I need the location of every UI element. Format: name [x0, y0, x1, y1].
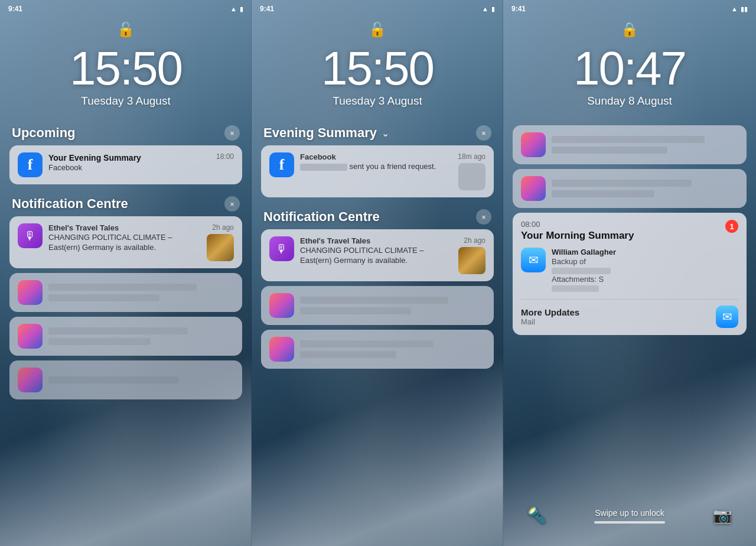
main-date-2: Tuesday 3 August — [252, 95, 503, 108]
more-updates-left: More Updates Mail — [521, 307, 579, 326]
shortcuts-card-3a[interactable] — [513, 125, 747, 164]
chevron-down-icon-2[interactable]: ⌄ — [382, 128, 389, 139]
shortcuts-blur-3a — [552, 136, 738, 154]
notif-time-podcasts-1: 2h ago — [212, 223, 234, 232]
notif-time-podcasts-2: 2h ago — [464, 236, 485, 245]
morning-detail-content: William Gallagher Backup of Attachments:… — [552, 248, 616, 292]
facebook-app-icon-2: f — [269, 152, 294, 177]
nc-title-1: Notification Centre — [12, 196, 128, 212]
podcasts-card-2[interactable]: 🎙 Ethel's Travel Tales CHANGING POLITICA… — [261, 229, 494, 281]
status-bar-2: 9:41 ▲ ▮ — [252, 0, 503, 18]
shortcuts-card-2a[interactable] — [261, 286, 494, 325]
upcoming-header-1: Upcoming × — [9, 125, 242, 141]
notifications-area-1: Upcoming × f Your Evening Summary Facebo… — [0, 118, 252, 411]
more-updates-mail-envelope-icon: ✉ — [722, 310, 732, 324]
shortcuts-icon-3b — [521, 176, 546, 201]
morning-time: 08:00 — [521, 220, 738, 229]
main-time-1: 15:50 — [0, 41, 252, 96]
nc-header-1: Notification Centre × — [9, 196, 242, 212]
mail-app-icon-3: ✉ — [521, 248, 546, 272]
notif-content-facebook-1: Your Evening Summary Facebook — [48, 152, 210, 173]
lock-icon-3: 🔒 — [621, 21, 638, 38]
notif-appname-podcasts-2: Ethel's Travel Tales — [300, 236, 452, 245]
status-time-3: 9:41 — [511, 5, 526, 13]
status-bar-3: 9:41 ▲ ▮▮ — [503, 0, 756, 18]
flashlight-icon[interactable]: 🔦 — [527, 506, 546, 525]
podcasts-thumbnail-2 — [458, 247, 485, 274]
notif-body-podcasts-2: CHANGING POLITICAL CLIMATE – East(ern) G… — [300, 246, 452, 266]
shortcuts-blur-2b — [300, 340, 485, 358]
notif-app-name-podcasts-1: Ethel's Travel Tales — [48, 223, 201, 232]
facebook-upcoming-card-1[interactable]: f Your Evening Summary Facebook 18:00 — [9, 145, 242, 184]
shortcuts-card-1c[interactable] — [9, 360, 242, 399]
fb-thumbnail-2 — [458, 163, 485, 190]
notif-content-podcasts-2: Ethel's Travel Tales CHANGING POLITICAL … — [300, 236, 452, 266]
more-updates-mail-icon: ✉ — [716, 306, 738, 328]
facebook-app-icon-1: f — [18, 152, 43, 177]
status-bar-1: 9:41 ▲ ▮ — [0, 0, 252, 18]
morning-subject-sub: Attachments: S — [552, 275, 616, 284]
shortcuts-icon-2a — [269, 293, 294, 318]
battery-icon-1: ▮ — [240, 5, 243, 13]
podcasts-thumbnail-1 — [207, 234, 234, 261]
morning-title: Your Morning Summary — [521, 230, 738, 242]
status-time-2: 9:41 — [260, 5, 274, 13]
more-updates-row: More Updates Mail ✉ — [521, 299, 738, 328]
shortcuts-card-1b[interactable] — [9, 317, 242, 356]
notifications-area-3: 08:00 Your Morning Summary 1 ✉ William G… — [503, 118, 756, 347]
main-date-1: Tuesday 3 August — [0, 95, 252, 108]
nc-title-2: Notification Centre — [263, 209, 380, 225]
main-time-3: 10:47 — [503, 41, 756, 96]
notif-time-fb-2: 18m ago — [458, 152, 485, 161]
shortcuts-blur-2a — [300, 297, 485, 314]
shortcuts-card-3b[interactable] — [513, 169, 747, 208]
facebook-card-2[interactable]: f Facebook sent you a friend request. 18… — [261, 145, 494, 197]
upcoming-title-wrapper-2: Evening Summary ⌄ — [263, 125, 389, 141]
upcoming-title-2: Evening Summary — [263, 125, 377, 141]
shortcuts-icon-1c — [18, 368, 43, 392]
wifi-icon-1: ▲ — [230, 5, 237, 12]
shortcuts-icon-1a — [18, 280, 43, 305]
notif-body-facebook-1: Facebook — [48, 163, 210, 173]
notifications-area-2: Evening Summary ⌄ × f Facebook sent you … — [252, 118, 503, 381]
swipe-container: Swipe up to unlock — [594, 508, 665, 524]
battery-icon-3: ▮▮ — [741, 5, 748, 13]
podcasts-card-1[interactable]: 🎙 Ethel's Travel Tales CHANGING POLITICA… — [9, 216, 242, 268]
upcoming-close-btn-1[interactable]: × — [224, 125, 240, 141]
notif-content-fb-2: Facebook sent you a friend request. — [300, 152, 452, 172]
phone-panel-2: 9:41 ▲ ▮ 🔓 15:50 Tuesday 3 August Evenin… — [252, 0, 503, 546]
upcoming-close-btn-2[interactable]: × — [476, 125, 491, 141]
morning-subject: Backup of — [552, 257, 616, 266]
bottom-bar-3: 🔦 Swipe up to unlock 📷 — [503, 506, 756, 525]
shortcuts-icon-1b — [18, 324, 43, 349]
mail-envelope-icon: ✉ — [529, 253, 539, 267]
upcoming-title-1: Upcoming — [12, 125, 76, 141]
phone-panel-1: 9:41 ▲ ▮ 🔓 15:50 Tuesday 3 August Upcomi… — [0, 0, 252, 546]
swipe-text: Swipe up to unlock — [594, 508, 665, 518]
morning-detail: ✉ William Gallagher Backup of Attachment… — [521, 248, 738, 292]
main-time-2: 15:50 — [252, 41, 503, 96]
wifi-icon-2: ▲ — [482, 5, 488, 12]
wifi-icon-3: ▲ — [731, 5, 738, 12]
nc-close-btn-2[interactable]: × — [476, 209, 491, 225]
shortcuts-blur-content-1c — [48, 376, 234, 384]
notif-body-podcasts-1: CHANGING POLITICAL CLIMATE – East(ern) G… — [48, 233, 201, 253]
notif-content-podcasts-1: Ethel's Travel Tales CHANGING POLITICAL … — [48, 223, 201, 253]
lock-icon-2: 🔓 — [369, 21, 386, 38]
status-time-1: 9:41 — [8, 5, 22, 13]
upcoming-header-2: Evening Summary ⌄ × — [261, 125, 494, 141]
shortcuts-blur-content-1b — [48, 327, 234, 345]
shortcuts-card-1a[interactable] — [9, 273, 242, 312]
notif-appname-fb-2: Facebook — [300, 152, 452, 161]
nc-close-btn-1[interactable]: × — [224, 196, 240, 212]
notif-time-facebook-1: 18:00 — [216, 152, 234, 161]
morning-subject-blur — [552, 268, 611, 274]
podcasts-app-icon-1: 🎙 — [18, 223, 43, 248]
morning-subject-blur2 — [552, 285, 599, 292]
phone-panel-3: 9:41 ▲ ▮▮ 🔒 10:47 Sunday 8 August 08:00 — [503, 0, 756, 546]
morning-summary-card[interactable]: 08:00 Your Morning Summary 1 ✉ William G… — [513, 213, 747, 335]
main-date-3: Sunday 8 August — [503, 95, 756, 108]
shortcuts-card-2b[interactable] — [261, 330, 494, 369]
notif-title-facebook-1: Your Evening Summary — [48, 153, 210, 162]
camera-icon[interactable]: 📷 — [713, 506, 732, 525]
